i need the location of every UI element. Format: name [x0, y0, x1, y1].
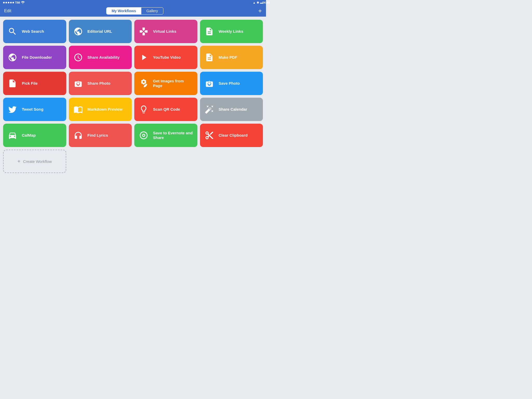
flower-icon [138, 78, 149, 89]
workflow-label-pick-file: Pick File [22, 81, 38, 86]
workflow-label-clear-clipboard: Clear Clipboard [219, 133, 248, 138]
wifi-icon [21, 1, 25, 4]
workflow-card-share-photo[interactable]: Share Photo [69, 72, 132, 95]
twitter-icon [7, 104, 18, 115]
nav-bar: Edit My Workflows Gallery + [0, 5, 266, 17]
filedoc-icon [7, 78, 18, 89]
workflow-label-share-calendar: Share Calendar [219, 107, 247, 112]
workflow-card-find-lyrics[interactable]: Find Lyrics [69, 124, 132, 147]
tab-my-workflows[interactable]: My Workflows [107, 8, 141, 14]
workflow-card-calmap[interactable]: CalMap [3, 124, 66, 147]
create-workflow-button[interactable]: + Create Workflow [3, 150, 66, 173]
carrier-label: TIM [15, 1, 20, 4]
workflow-label-find-lyrics: Find Lyrics [88, 133, 108, 138]
workflow-label-markdown-preview: Markdown Preview [88, 107, 123, 112]
workflow-label-youtube-video: YouTube Video [153, 55, 181, 60]
status-bar: TIM 04:49 ▲ ✱ ▬ [0, 0, 266, 5]
workflow-label-tweet-song: Tweet Song [22, 107, 43, 112]
workflow-label-save-photo: Save Photo [219, 81, 240, 86]
workflow-label-share-availability: Share Availability [88, 55, 120, 60]
doc-icon [204, 26, 215, 37]
globe2-icon [7, 52, 18, 63]
workflow-label-editorial-url: Editorial URL [88, 29, 112, 34]
workflow-label-share-photo: Share Photo [88, 81, 110, 86]
edit-button[interactable]: Edit [4, 9, 11, 13]
globe-icon [73, 26, 83, 37]
doc2-icon [204, 52, 215, 63]
signal-dots [3, 2, 14, 3]
workflow-card-virtual-links[interactable]: Virtual Links [134, 20, 197, 43]
workflow-label-get-images: Get Images from Page [153, 79, 193, 88]
workflow-label-file-downloader: File Downloader [22, 55, 52, 60]
book-icon [73, 104, 83, 115]
create-workflow-label: Create Workflow [23, 159, 52, 164]
target-icon [138, 130, 149, 141]
workflow-grid: Web Search Editorial URL Virtual Links W… [0, 17, 266, 176]
workflow-card-get-images[interactable]: Get Images from Page [134, 72, 197, 95]
workflow-card-web-search[interactable]: Web Search [3, 20, 66, 43]
workflow-label-weekly-links: Weekly Links [219, 29, 243, 34]
workflow-card-pick-file[interactable]: Pick File [3, 72, 66, 95]
scissors-icon [204, 130, 215, 141]
tab-gallery[interactable]: Gallery [141, 8, 163, 14]
workflow-card-markdown-preview[interactable]: Markdown Preview [69, 98, 132, 121]
location-icon: ▲ [253, 1, 256, 4]
headphones-icon [73, 130, 83, 141]
bluetooth-icon: ✱ [257, 1, 259, 4]
tab-switcher: My Workflows Gallery [106, 7, 163, 15]
car-icon [7, 130, 18, 141]
status-left: TIM [3, 1, 25, 4]
camera-icon [73, 78, 83, 89]
play-icon [138, 52, 149, 63]
workflow-label-virtual-links: Virtual Links [153, 29, 176, 34]
search-icon [7, 26, 18, 37]
workflow-label-calmap: CalMap [22, 133, 36, 138]
workflow-card-file-downloader[interactable]: File Downloader [3, 46, 66, 69]
gamepad-icon [138, 26, 149, 37]
workflow-card-save-photo[interactable]: Save Photo [200, 72, 263, 95]
workflow-card-editorial-url[interactable]: Editorial URL [69, 20, 132, 43]
wand-icon [204, 104, 215, 115]
workflow-card-weekly-links[interactable]: Weekly Links [200, 20, 263, 43]
workflow-card-make-pdf[interactable]: Make PDF [200, 46, 263, 69]
workflow-label-web-search: Web Search [22, 29, 44, 34]
status-right: ▲ ✱ ▬ [253, 1, 263, 4]
lightbulb-icon [138, 104, 149, 115]
workflow-card-share-availability[interactable]: Share Availability [69, 46, 132, 69]
workflow-card-share-calendar[interactable]: Share Calendar [200, 98, 263, 121]
camera2-icon [204, 78, 215, 89]
add-workflow-button[interactable]: + [258, 7, 262, 15]
workflow-card-youtube-video[interactable]: YouTube Video [134, 46, 197, 69]
svg-point-0 [22, 3, 23, 4]
workflow-card-save-evernote[interactable]: Save to Evernote and Share [134, 124, 197, 147]
time-label: 04:49 [262, 1, 266, 4]
workflow-card-tweet-song[interactable]: Tweet Song [3, 98, 66, 121]
workflow-card-scan-qr[interactable]: Scan QR Code [134, 98, 197, 121]
clock-icon [73, 52, 83, 63]
workflow-label-scan-qr: Scan QR Code [153, 107, 180, 112]
workflow-label-save-evernote: Save to Evernote and Share [153, 131, 193, 140]
plus-icon: + [17, 158, 21, 164]
workflow-card-clear-clipboard[interactable]: Clear Clipboard [200, 124, 263, 147]
workflow-label-make-pdf: Make PDF [219, 55, 237, 60]
